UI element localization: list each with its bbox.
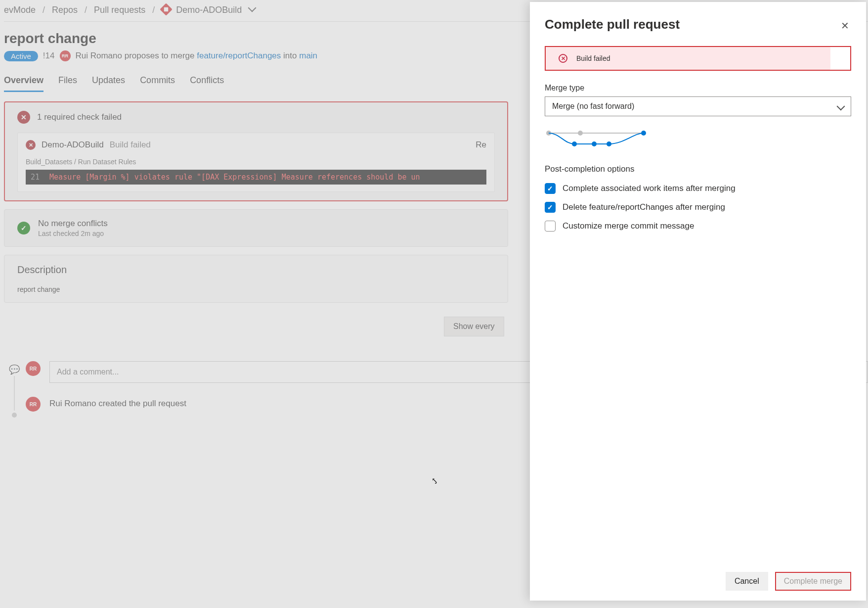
checkbox-label: Customize merge commit message (563, 221, 694, 231)
tab-updates[interactable]: Updates (92, 72, 125, 92)
conflicts-subtitle: Last checked 2m ago (38, 230, 108, 237)
description-card: Description report change (4, 255, 508, 303)
cutoff-text: Re (476, 140, 486, 150)
checkbox-label: Complete associated work items after mer… (563, 184, 736, 193)
tab-overview[interactable]: Overview (4, 72, 43, 92)
merge-type-select[interactable]: Merge (no fast forward) (545, 96, 851, 116)
complete-merge-button[interactable]: Complete merge (775, 572, 851, 591)
merge-conflicts-card: ✓ No merge conflicts Last checked 2m ago (4, 209, 508, 247)
alert-text: Build failed (576, 54, 610, 62)
repo-icon (160, 3, 172, 15)
complete-pr-panel: Complete pull request ✕ ✕ Build failed M… (530, 2, 866, 601)
post-completion-label: Post-completion options (545, 164, 851, 174)
checkbox-delete-branch[interactable]: ✓ Delete feature/reportChanges after mer… (545, 202, 851, 213)
into-text: into (283, 51, 297, 60)
breadcrumb-item[interactable]: Repos (52, 5, 78, 15)
separator: / (152, 5, 155, 15)
chevron-down-icon (837, 102, 845, 111)
status-badge: Active (4, 51, 38, 61)
build-step-path: Build_Datasets / Run Dataset Rules (26, 158, 486, 166)
timeline-dot (12, 413, 17, 418)
close-button[interactable]: ✕ (841, 20, 849, 32)
error-icon: ✕ (26, 140, 36, 150)
discussion-icon: 💬 (9, 364, 20, 375)
cancel-button[interactable]: Cancel (726, 572, 768, 591)
avatar[interactable]: RR (26, 397, 41, 412)
merge-type-value: Merge (no fast forward) (552, 102, 634, 111)
build-status: Build failed (110, 140, 151, 150)
proposes-text: proposes to merge (125, 51, 195, 60)
svg-point-5 (607, 141, 611, 146)
avatar[interactable]: RR (60, 50, 71, 61)
tab-commits[interactable]: Commits (140, 72, 175, 92)
checkbox-label: Delete feature/reportChanges after mergi… (563, 202, 725, 212)
error-circle-icon: ✕ (559, 54, 567, 63)
svg-point-3 (572, 141, 577, 146)
breadcrumb-item[interactable]: evMode (4, 5, 36, 15)
conflicts-title: No merge conflicts (38, 219, 108, 229)
merge-type-label: Merge type (545, 84, 851, 93)
breadcrumb-repo-label: Demo-ADOBuild (176, 5, 242, 15)
checks-card: ✕ 1 required check failed ✕ Demo-ADOBuil… (4, 101, 508, 201)
checkbox-icon: ✓ (545, 202, 556, 213)
breadcrumb-repo[interactable]: Demo-ADOBuild (162, 5, 255, 15)
svg-point-2 (578, 131, 583, 136)
pr-id: !14 (43, 51, 55, 61)
alert-highlight: ✕ Build failed (545, 46, 851, 71)
line-number: 21 (31, 173, 40, 182)
checkbox-icon: ✓ (545, 183, 556, 194)
success-icon: ✓ (17, 222, 30, 234)
svg-point-4 (592, 141, 597, 146)
checkbox-icon (545, 221, 556, 232)
separator: / (85, 5, 87, 15)
description-heading: Description (17, 264, 495, 276)
chevron-down-icon[interactable] (248, 4, 257, 12)
panel-title: Complete pull request (545, 17, 851, 32)
avatar[interactable]: RR (26, 361, 41, 376)
tab-files[interactable]: Files (58, 72, 77, 92)
target-branch-link[interactable]: main (299, 51, 317, 60)
author-name[interactable]: Rui Romano (76, 51, 123, 60)
breadcrumb-item[interactable]: Pull requests (94, 5, 145, 15)
show-everything-button[interactable]: Show every (444, 317, 504, 336)
description-body: report change (17, 285, 495, 293)
svg-point-6 (641, 131, 646, 136)
separator: / (43, 5, 45, 15)
build-name: Demo-ADOBuild (42, 140, 104, 150)
checks-heading: 1 required check failed (37, 112, 122, 122)
merge-diagram (545, 129, 851, 150)
tab-conflicts[interactable]: Conflicts (190, 72, 224, 92)
error-message: Measure [Margin %] violates rule "[DAX E… (49, 173, 420, 182)
checkbox-complete-work-items[interactable]: ✓ Complete associated work items after m… (545, 183, 851, 194)
build-failed-alert: ✕ Build failed (546, 47, 830, 70)
error-log-line: 21 Measure [Margin %] violates rule "[DA… (26, 170, 486, 185)
source-branch-link[interactable]: feature/reportChanges (197, 51, 281, 60)
checkbox-customize-message[interactable]: Customize merge commit message (545, 221, 851, 232)
cursor-icon: ⤣ (432, 476, 438, 485)
build-subcard[interactable]: ✕ Demo-ADOBuild Build failed Re Build_Da… (17, 133, 495, 192)
error-icon: ✕ (17, 111, 30, 124)
timeline-event: Rui Romano created the pull request (49, 397, 186, 409)
timeline-connector (14, 376, 15, 411)
